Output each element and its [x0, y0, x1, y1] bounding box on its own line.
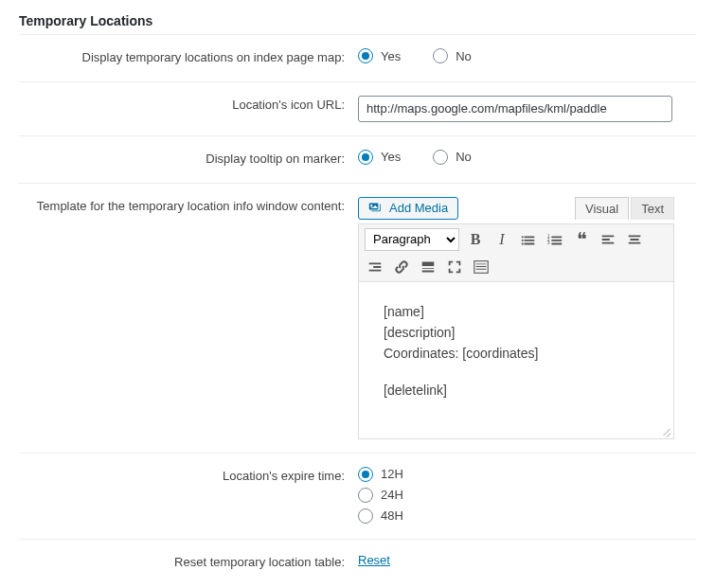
add-media-button[interactable]: Add Media — [358, 197, 458, 220]
reset-link[interactable]: Reset — [358, 553, 696, 567]
row-reset: Reset temporary location table: Reset — [19, 539, 696, 586]
radio-input-tooltip-yes[interactable] — [358, 150, 373, 165]
row-tooltip: Display tooltip on marker: Yes No — [19, 135, 696, 183]
radio-expire-12h[interactable]: 12H — [358, 467, 696, 482]
template-line-description: [description] — [384, 322, 649, 343]
bold-button[interactable]: B — [465, 229, 486, 250]
radio-display-map-yes[interactable]: Yes — [358, 48, 401, 63]
row-template: Template for the temporary location info… — [19, 183, 696, 453]
format-select[interactable]: Paragraph — [365, 228, 459, 251]
radio-label-display-yes: Yes — [381, 49, 401, 63]
row-display-map: Display temporary locations on index pag… — [19, 35, 696, 81]
numbered-list-button[interactable]: 123 — [545, 229, 565, 250]
fullscreen-button[interactable] — [444, 257, 465, 277]
wysiwyg-editor: Add Media Visual Text Paragraph B I 123 — [358, 197, 674, 439]
tab-visual[interactable]: Visual — [575, 197, 629, 220]
label-reset: Reset temporary location table: — [19, 553, 358, 573]
svg-text:3: 3 — [547, 241, 550, 245]
radio-expire-24h[interactable]: 24H — [358, 488, 696, 503]
blockquote-button[interactable]: ❝ — [571, 229, 592, 250]
label-display-map: Display temporary locations on index pag… — [19, 48, 358, 68]
editor-content[interactable]: [name] [description] Coordinates: [coord… — [358, 282, 674, 439]
toolbar-toggle-button[interactable] — [471, 257, 492, 277]
radio-input-expire-48h[interactable] — [358, 508, 373, 524]
radio-tooltip-no[interactable]: No — [433, 150, 472, 165]
template-line-coordinates: Coordinates: [coordinates] — [384, 343, 649, 364]
label-icon-url: Location's icon URL: — [19, 96, 358, 116]
align-left-button[interactable] — [598, 229, 618, 250]
resize-handle-icon[interactable] — [660, 425, 671, 437]
radio-label-expire-48h: 48H — [381, 508, 403, 523]
radio-label-display-no: No — [456, 49, 472, 63]
template-line-name: [name] — [384, 301, 649, 322]
radio-input-expire-24h[interactable] — [358, 488, 373, 503]
row-icon-url: Location's icon URL: — [19, 81, 696, 135]
radio-input-display-yes[interactable] — [358, 48, 373, 63]
radio-input-expire-12h[interactable] — [358, 467, 373, 482]
radio-label-tooltip-no: No — [456, 150, 472, 164]
editor-toolbar: Paragraph B I 123 ❝ — [358, 223, 674, 282]
italic-button[interactable]: I — [492, 229, 512, 250]
bullet-list-button[interactable] — [518, 229, 539, 250]
add-media-label: Add Media — [389, 201, 448, 215]
align-right-button[interactable] — [365, 257, 385, 277]
label-template: Template for the temporary location info… — [19, 197, 358, 217]
template-line-deletelink: [deletelink] — [384, 380, 649, 401]
link-button[interactable] — [391, 257, 412, 277]
media-icon — [368, 201, 384, 216]
label-expire: Location's expire time: — [19, 467, 358, 487]
input-icon-url[interactable] — [358, 96, 672, 122]
radio-expire-48h[interactable]: 48H — [358, 508, 696, 524]
radio-display-map-no[interactable]: No — [433, 48, 472, 63]
section-title: Temporary Locations — [19, 13, 696, 28]
row-expire: Location's expire time: 12H 24H 48H — [19, 453, 696, 539]
radio-label-tooltip-yes: Yes — [381, 150, 401, 164]
radio-input-tooltip-no[interactable] — [433, 150, 448, 165]
radio-label-expire-24h: 24H — [381, 488, 403, 502]
label-tooltip: Display tooltip on marker: — [19, 150, 358, 169]
radio-label-expire-12h: 12H — [381, 467, 403, 481]
radio-tooltip-yes[interactable]: Yes — [358, 150, 401, 165]
radio-input-display-no[interactable] — [433, 48, 448, 63]
align-center-button[interactable] — [624, 229, 645, 250]
insert-more-button[interactable] — [418, 257, 438, 277]
tab-text[interactable]: Text — [631, 197, 674, 220]
